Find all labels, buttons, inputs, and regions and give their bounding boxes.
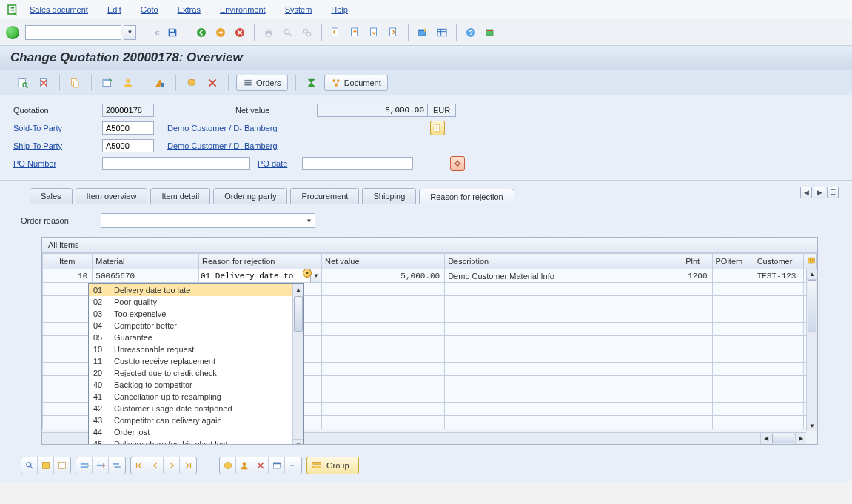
grid-schedule-icon[interactable] bbox=[269, 457, 285, 474]
display-icon[interactable] bbox=[15, 75, 31, 91]
col-material[interactable]: Material bbox=[93, 254, 199, 269]
grid-last-icon[interactable] bbox=[180, 457, 196, 474]
tab-scroll-right-icon[interactable]: ▶ bbox=[814, 187, 825, 198]
tab-sales[interactable]: Sales bbox=[30, 188, 73, 204]
grid-first-icon[interactable] bbox=[131, 457, 147, 474]
cell-netvalue[interactable]: 5,000.00 bbox=[322, 269, 445, 283]
grid-delete-row-icon[interactable] bbox=[93, 457, 109, 474]
tab-ordering-party[interactable]: Ordering party bbox=[213, 188, 287, 204]
reason-option[interactable]: 02Poor quality bbox=[89, 296, 303, 308]
delete-icon[interactable] bbox=[36, 75, 52, 91]
reason-option[interactable]: 20Rejected due to credit check bbox=[89, 367, 303, 379]
exit-icon[interactable] bbox=[212, 24, 229, 41]
header-config-icon[interactable] bbox=[450, 156, 465, 171]
podate-label[interactable]: PO date bbox=[258, 159, 302, 168]
header-document-icon[interactable] bbox=[430, 121, 445, 135]
reason-option[interactable]: 40Backlog to competitor bbox=[89, 379, 303, 391]
grid-delete-icon[interactable] bbox=[252, 457, 269, 474]
menu-help[interactable]: Help bbox=[331, 5, 348, 14]
reason-option[interactable]: 05Guarantee bbox=[89, 332, 303, 343]
first-page-icon[interactable] bbox=[328, 24, 344, 41]
soldto-field[interactable] bbox=[102, 121, 154, 135]
menu-environment[interactable]: Environment bbox=[220, 5, 266, 14]
cell-description[interactable]: Demo Customer Material Info bbox=[445, 269, 682, 283]
table-row[interactable]: 10 50065670 ▼ 5,000.00 Demo Customer Mat… bbox=[43, 269, 817, 283]
document-button[interactable]: Document bbox=[324, 75, 388, 91]
menu-extras[interactable]: Extras bbox=[178, 5, 201, 14]
copy-icon[interactable] bbox=[67, 75, 84, 91]
row-selector[interactable] bbox=[43, 269, 56, 283]
next-page-icon[interactable] bbox=[366, 24, 383, 41]
reason-option[interactable]: 04Competitor better bbox=[89, 320, 303, 332]
grid-vertical-scrollbar[interactable]: ▲▼ bbox=[806, 269, 817, 431]
dropdown-scrollbar[interactable]: ▲▼ bbox=[292, 284, 303, 444]
col-reason[interactable]: Reason for rejection bbox=[198, 254, 321, 269]
grid-user-icon[interactable] bbox=[236, 457, 252, 474]
reason-option[interactable]: 43Competitor can delivery again bbox=[89, 414, 303, 426]
shipto-label[interactable]: Ship-To Party bbox=[13, 141, 102, 150]
tab-item-detail[interactable]: Item detail bbox=[150, 188, 210, 204]
shipto-name[interactable]: Demo Customer / D- Bamberg bbox=[167, 141, 278, 150]
ponum-field[interactable] bbox=[102, 157, 250, 170]
reason-option[interactable]: 03Too expensive bbox=[89, 308, 303, 320]
podate-field[interactable] bbox=[302, 157, 413, 170]
ponum-label[interactable]: PO Number bbox=[13, 159, 102, 168]
col-poitem[interactable]: POitem bbox=[712, 254, 754, 269]
partner-icon[interactable] bbox=[120, 75, 136, 91]
sum-icon[interactable] bbox=[303, 75, 320, 91]
col-config-icon[interactable] bbox=[803, 254, 816, 269]
header-icon[interactable] bbox=[99, 75, 115, 91]
col-customer[interactable]: Customer bbox=[754, 254, 803, 269]
menu-sales-document[interactable]: Sales document bbox=[30, 5, 88, 14]
reason-option[interactable]: 01Delivery date too late bbox=[89, 284, 303, 296]
config-icon[interactable] bbox=[152, 75, 168, 91]
last-page-icon[interactable] bbox=[386, 24, 402, 41]
cell-poitem[interactable] bbox=[712, 269, 754, 283]
grid-insert-row-icon[interactable] bbox=[76, 457, 93, 474]
history-back-icon[interactable]: « bbox=[153, 27, 161, 38]
col-description[interactable]: Description bbox=[445, 254, 682, 269]
grid-next-icon[interactable] bbox=[164, 457, 180, 474]
tab-list-icon[interactable]: ☰ bbox=[827, 187, 839, 198]
shipto-field[interactable] bbox=[102, 139, 154, 152]
customize-icon[interactable] bbox=[482, 24, 498, 41]
command-field[interactable] bbox=[25, 25, 121, 40]
col-netvalue[interactable]: Net value bbox=[322, 254, 445, 269]
reason-option[interactable]: 44Order lost bbox=[89, 426, 303, 438]
reason-option[interactable]: 41Cancellation up to resampling bbox=[89, 391, 303, 403]
grid-prev-icon[interactable] bbox=[147, 457, 164, 474]
cell-customer[interactable]: TEST-123 bbox=[754, 269, 803, 283]
menu-goto[interactable]: Goto bbox=[141, 5, 158, 14]
orders-button[interactable]: Orders bbox=[236, 75, 288, 91]
reason-dropdown[interactable]: ▲▼ 01Delivery date too late02Poor qualit… bbox=[88, 283, 304, 444]
grid-deselect-icon[interactable] bbox=[54, 457, 70, 474]
new-session-icon[interactable] bbox=[415, 24, 431, 41]
cell-plnt[interactable]: 1200 bbox=[682, 269, 712, 283]
reason-option[interactable]: 42Customer usage date postponed bbox=[89, 403, 303, 414]
help-icon[interactable]: ? bbox=[463, 24, 479, 41]
tab-reason-for-rejection[interactable]: Reason for rejection bbox=[419, 189, 514, 204]
grid-sort-icon[interactable] bbox=[285, 457, 301, 474]
tab-scroll-left-icon[interactable]: ◀ bbox=[800, 187, 812, 198]
col-item[interactable]: Item bbox=[56, 254, 92, 269]
col-plnt[interactable]: Plnt bbox=[682, 254, 712, 269]
enter-icon[interactable] bbox=[6, 26, 19, 39]
soldto-name[interactable]: Demo Customer / D- Bamberg bbox=[167, 124, 278, 132]
menu-command-icon[interactable] bbox=[6, 3, 19, 16]
tab-procurement[interactable]: Procurement bbox=[290, 188, 359, 204]
command-dropdown[interactable]: ▼ bbox=[124, 25, 136, 40]
tab-item-overview[interactable]: Item overview bbox=[76, 188, 148, 204]
back-icon[interactable] bbox=[193, 24, 209, 41]
grid-detail-icon[interactable] bbox=[21, 457, 38, 474]
grid-pricing-icon[interactable] bbox=[220, 457, 236, 474]
group-button[interactable]: Group bbox=[306, 457, 359, 474]
reason-option[interactable]: 45Delivery share for this plant lost bbox=[89, 438, 303, 444]
cell-item[interactable]: 10 bbox=[56, 269, 92, 283]
layout-icon[interactable] bbox=[434, 24, 450, 41]
grid-select-all-icon[interactable] bbox=[38, 457, 54, 474]
cost-icon[interactable] bbox=[184, 75, 200, 91]
cancel-icon[interactable] bbox=[232, 24, 248, 41]
value-help-icon[interactable]: • bbox=[303, 269, 312, 278]
grid-duplicate-icon[interactable] bbox=[109, 457, 125, 474]
cell-material[interactable]: 50065670 bbox=[93, 269, 199, 283]
